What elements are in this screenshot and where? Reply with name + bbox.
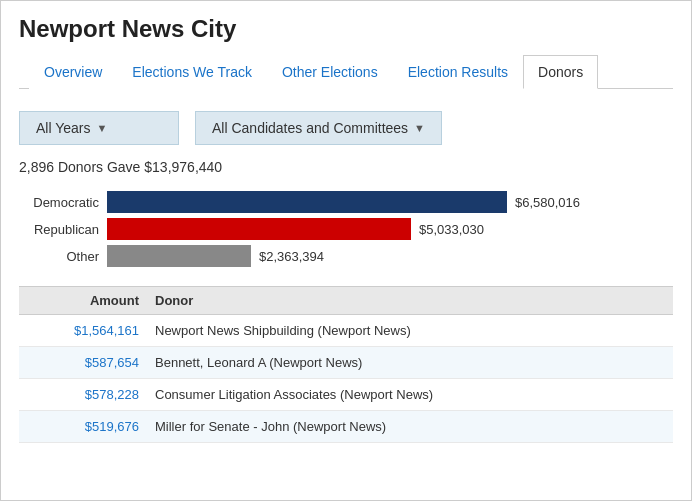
table-row[interactable]: $587,654Bennett, Leonard A (Newport News…	[19, 347, 673, 379]
candidates-filter-button[interactable]: All Candidates and Committees ▼	[195, 111, 442, 145]
years-filter-button[interactable]: All Years ▼	[19, 111, 179, 145]
donor-name: Bennett, Leonard A (Newport News)	[139, 355, 663, 370]
tab-overview[interactable]: Overview	[29, 55, 117, 89]
page-title: Newport News City	[19, 15, 673, 43]
tab-bar: OverviewElections We TrackOther Election…	[19, 55, 673, 89]
bar-wrap: $5,033,030	[107, 218, 673, 240]
chart-row: Republican$5,033,030	[19, 218, 673, 240]
table-row[interactable]: $1,564,161Newport News Shipbuilding (New…	[19, 315, 673, 347]
chart-party-label: Republican	[19, 222, 99, 237]
candidates-filter-label: All Candidates and Committees	[212, 120, 408, 136]
donor-name: Miller for Senate - John (Newport News)	[139, 419, 663, 434]
bar-value: $2,363,394	[259, 249, 324, 264]
donors-summary: 2,896 Donors Gave $13,976,440	[19, 159, 222, 175]
tab-elections-we-track[interactable]: Elections We Track	[117, 55, 267, 89]
party-bar	[107, 218, 411, 240]
filters-row: All Years ▼ All Candidates and Committee…	[1, 97, 691, 159]
chart-party-label: Democratic	[19, 195, 99, 210]
candidates-filter-arrow: ▼	[414, 122, 425, 134]
chart-row: Other$2,363,394	[19, 245, 673, 267]
donor-amount: $587,654	[29, 355, 139, 370]
bar-value: $5,033,030	[419, 222, 484, 237]
donors-table: Amount Donor $1,564,161Newport News Ship…	[19, 286, 673, 443]
bar-wrap: $6,580,016	[107, 191, 673, 213]
party-bar	[107, 191, 507, 213]
summary-text: 2,896 Donors Gave $13,976,440	[1, 159, 691, 185]
amount-column-header: Amount	[29, 293, 139, 308]
tab-other-elections[interactable]: Other Elections	[267, 55, 393, 89]
bar-value: $6,580,016	[515, 195, 580, 210]
donor-amount: $578,228	[29, 387, 139, 402]
donor-amount: $519,676	[29, 419, 139, 434]
table-row[interactable]: $578,228Consumer Litigation Associates (…	[19, 379, 673, 411]
chart-row: Democratic$6,580,016	[19, 191, 673, 213]
table-header-row: Amount Donor	[19, 286, 673, 315]
header: Newport News City OverviewElections We T…	[1, 1, 691, 97]
chart-area: Democratic$6,580,016Republican$5,033,030…	[1, 185, 691, 282]
years-filter-label: All Years	[36, 120, 90, 136]
donor-amount: $1,564,161	[29, 323, 139, 338]
donor-name: Newport News Shipbuilding (Newport News)	[139, 323, 663, 338]
tab-donors[interactable]: Donors	[523, 55, 598, 89]
tab-election-results[interactable]: Election Results	[393, 55, 523, 89]
party-bar	[107, 245, 251, 267]
main-container: Newport News City OverviewElections We T…	[0, 0, 692, 501]
chart-party-label: Other	[19, 249, 99, 264]
years-filter-arrow: ▼	[96, 122, 107, 134]
donor-column-header: Donor	[139, 293, 663, 308]
table-row[interactable]: $519,676Miller for Senate - John (Newpor…	[19, 411, 673, 443]
donor-name: Consumer Litigation Associates (Newport …	[139, 387, 663, 402]
bar-wrap: $2,363,394	[107, 245, 673, 267]
